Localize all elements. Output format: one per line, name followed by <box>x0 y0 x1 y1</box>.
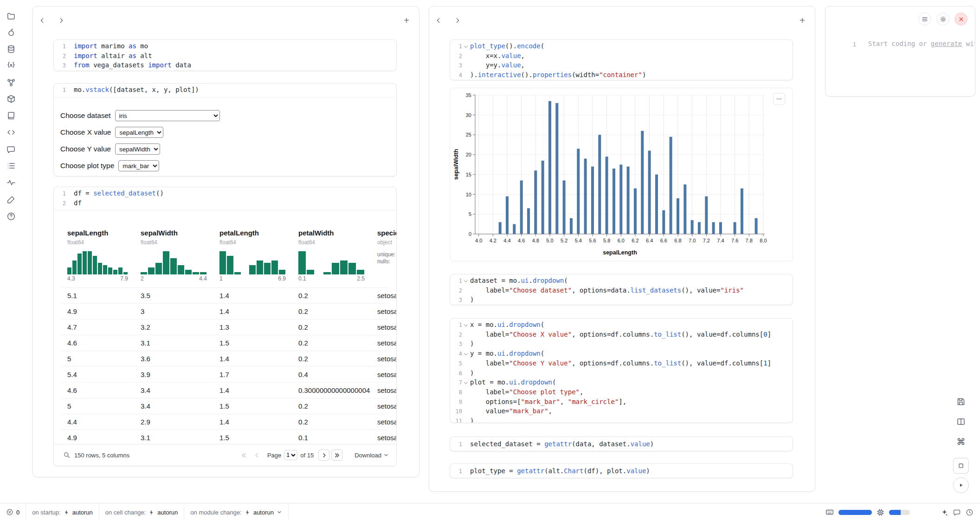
panel-back-button[interactable] <box>433 15 444 26</box>
line-number: 1 <box>450 320 462 330</box>
table-cell: 1.5 <box>213 434 292 442</box>
ai-code-editor[interactable]: 1 Start coding or generate with AI <box>825 39 975 49</box>
command-icon: ⌘ <box>957 436 966 447</box>
dropdown-select[interactable]: sepalWidth <box>115 143 160 155</box>
feedback-icon[interactable] <box>953 508 961 516</box>
page-select[interactable]: 1 <box>284 450 297 460</box>
next-page-button[interactable] <box>318 449 329 461</box>
logs-icon[interactable] <box>5 159 18 172</box>
console-icon <box>957 462 965 470</box>
table-cell: 3.6 <box>135 355 213 363</box>
table-cell: setosa <box>371 386 396 394</box>
code-line: 4y = mo.ui.dropdown( <box>450 349 793 359</box>
table-cell: 0.2 <box>292 339 371 347</box>
variables-icon[interactable] <box>5 59 18 72</box>
code-line: 2 x=x.value, <box>450 52 793 61</box>
scratchpad-console-button[interactable] <box>953 458 969 474</box>
on-module-change-chip[interactable]: on module change: autorun <box>184 503 288 521</box>
on-cell-change-chip[interactable]: on cell change: autorun <box>99 503 184 521</box>
table-column-header[interactable]: petalWidthfloat640.12.5 <box>292 229 371 283</box>
sepal-bar-chart[interactable]: 4.04.24.44.64.85.05.25.45.65.86.06.26.46… <box>450 88 793 261</box>
fold-chevron-icon[interactable] <box>462 42 470 52</box>
fold-gutter <box>462 286 470 296</box>
code-line: 1import marimo as mo <box>54 42 396 52</box>
table-column-header[interactable]: speciesobjectunique:nulls: <box>371 229 396 283</box>
chart-actions-menu[interactable] <box>773 93 785 105</box>
line-number: 1 <box>54 85 66 95</box>
keyboard-shortcuts-button[interactable]: ⌘ <box>953 434 969 449</box>
code-editor[interactable]: 1plot_type = getattr(alt.Chart(df), plot… <box>450 464 793 478</box>
table-cell: 3.1 <box>135 339 213 347</box>
table-cell: 1.5 <box>213 339 292 347</box>
svg-text:10: 10 <box>466 192 471 197</box>
layout-toggle-button[interactable] <box>953 414 969 430</box>
on-startup-chip[interactable]: on startup: autorun <box>26 503 99 521</box>
snippets-icon[interactable] <box>5 126 18 139</box>
panel-back-button[interactable] <box>37 15 48 26</box>
fold-chevron-icon[interactable] <box>462 349 470 359</box>
keyboard-icon[interactable] <box>825 508 834 516</box>
table-cell: 1.3 <box>213 323 292 331</box>
generate-link[interactable]: generate <box>931 40 962 47</box>
panel-settings-button[interactable] <box>936 13 949 26</box>
fold-chevron-icon[interactable] <box>462 320 470 330</box>
marimo-logo-icon[interactable] <box>5 26 18 39</box>
fold-gutter <box>462 359 470 369</box>
code-editor[interactable]: 1mo.vstack([dataset, x, y, plot]) <box>54 84 396 98</box>
files-icon[interactable] <box>5 10 18 23</box>
run-all-button[interactable] <box>953 477 969 493</box>
code-editor[interactable]: 1x = mo.ui.dropdown(2 label="Choose X va… <box>450 319 793 423</box>
code-editor[interactable]: 1plot_type().encode(2 x=x.value,3 y=y.va… <box>450 40 793 80</box>
ai-sparkle-icon[interactable] <box>941 508 948 516</box>
last-page-button[interactable] <box>331 449 342 461</box>
table-column-header[interactable]: petalLengthfloat6416.9 <box>213 229 292 283</box>
add-cell-button[interactable]: + <box>400 14 413 26</box>
panel-menu-button[interactable] <box>918 13 931 26</box>
download-button[interactable]: Download <box>355 452 389 459</box>
code-editor[interactable]: 1selected_dataset = getattr(data, datase… <box>450 437 793 451</box>
close-panel-button[interactable] <box>954 13 967 26</box>
code-line: 3 y=y.value, <box>450 61 793 71</box>
table-row: 4.93.11.50.1setosa <box>61 430 389 445</box>
documentation-icon[interactable] <box>5 109 18 122</box>
line-number: 1 <box>54 189 66 199</box>
error-count[interactable]: 0 <box>0 503 26 521</box>
dropdown-row: Choose datasetiris <box>60 111 389 121</box>
prev-page-button[interactable] <box>251 449 263 461</box>
svg-text:6.4: 6.4 <box>646 238 653 243</box>
table-cell: 0.1 <box>292 434 371 442</box>
line-number: 1 <box>450 42 462 52</box>
code-editor[interactable]: 1dataset = mo.ui.dropdown(2 label="Choos… <box>450 274 793 305</box>
fold-chevron-icon[interactable] <box>462 276 470 286</box>
code-editor[interactable]: 1df = selected_dataset()2df <box>54 187 396 210</box>
table-row: 53.61.40.2setosa <box>61 351 389 366</box>
table-column-header[interactable]: sepalLengthfloat644.37.9 <box>61 229 135 283</box>
code-line: 6) <box>450 369 793 378</box>
svg-text:6.8: 6.8 <box>674 238 681 243</box>
table-cell: 1.4 <box>213 292 292 300</box>
save-button[interactable] <box>953 394 969 410</box>
first-page-button[interactable] <box>239 449 250 461</box>
panel-forward-button[interactable] <box>452 15 463 26</box>
table-column-header[interactable]: sepalWidthfloat6424.4 <box>135 229 213 283</box>
dropdown-select[interactable]: mark_bar <box>118 160 159 171</box>
packages-icon[interactable] <box>5 92 18 105</box>
panel-forward-button[interactable] <box>56 15 67 26</box>
datasources-icon[interactable] <box>5 43 18 56</box>
fold-chevron-icon[interactable] <box>462 378 470 388</box>
dropdown-select[interactable]: iris <box>115 110 220 121</box>
code-line: 10 value="mark_bar", <box>450 407 793 417</box>
table-search-icon[interactable] <box>61 449 72 461</box>
scratchpad-icon[interactable] <box>5 193 18 206</box>
code-editor[interactable]: 1import marimo as mo2import altair as al… <box>54 40 396 71</box>
help-icon[interactable] <box>5 210 18 223</box>
dropdown-select[interactable]: sepalLength <box>115 127 163 138</box>
history-clock-icon[interactable] <box>966 508 974 516</box>
cpu-icon[interactable] <box>877 508 884 516</box>
code-line: 1x = mo.ui.dropdown( <box>450 320 793 330</box>
tracebacks-icon[interactable] <box>5 176 18 189</box>
table-cell: 1.4 <box>213 307 292 315</box>
chat-icon[interactable] <box>5 143 18 156</box>
add-cell-button[interactable]: + <box>796 14 808 26</box>
dependencies-icon[interactable] <box>5 76 18 89</box>
